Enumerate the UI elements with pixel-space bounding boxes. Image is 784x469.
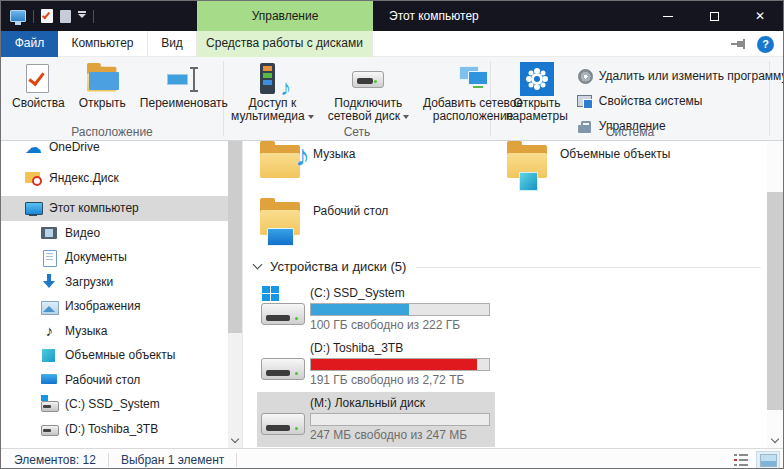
open-settings-button[interactable]: Открыть параметры [499,59,575,123]
contextual-tab-header[interactable]: Управление [197,1,373,31]
drive-c-icon [41,396,58,413]
explorer-window: Управление Этот компьютер ✕ Файл Компьют… [0,0,784,469]
folder-tile-music[interactable]: ♪ Музыка [257,142,489,194]
map-network-drive-button[interactable]: Подключить сетевой диск [321,59,416,123]
sidebar-scrollbar-thumb[interactable] [228,141,242,333]
system-properties-button[interactable]: Свойства системы [577,88,784,113]
sidebar-item-pictures[interactable]: Изображения [1,294,228,319]
qat-customize-caret-icon[interactable] [78,14,86,18]
main-scrollbar[interactable] [767,141,783,448]
yandex-disk-icon [25,169,42,186]
details-view-icon [734,454,748,466]
icons-view-button[interactable] [756,451,780,469]
help-icon[interactable]: ? [757,36,774,53]
pin-ribbon-icon[interactable] [731,39,746,49]
details-view-button[interactable] [729,451,753,469]
sidebar-scroll-down-icon[interactable] [231,435,239,443]
ribbon-tab-row: Файл Компьютер Вид Средства работы с дис… [1,31,783,57]
tab-file[interactable]: Файл [1,31,58,57]
caption-buttons: ✕ [645,1,783,31]
drive-c-icon [261,295,305,325]
tab-computer[interactable]: Компьютер [58,31,148,57]
sidebar-item-downloads[interactable]: Загрузки [1,270,228,295]
network-location-icon [456,62,490,96]
rename-button[interactable]: Переименовать [133,59,235,110]
open-folder-icon [85,62,119,96]
ribbon-group-location: Свойства Открыть Переименовать Расположе… [1,57,223,140]
sidebar-item-videos[interactable]: Видео [1,221,228,246]
this-pc-icon[interactable] [10,10,26,22]
drive-m-usage-bar [310,413,490,426]
sidebar-item-music[interactable]: ♪ Музыка [1,319,228,344]
sidebar-item-drive-d[interactable]: (D:) Toshiba_3TB [1,417,228,442]
windows-logo-icon [262,286,279,301]
file-list-area: ♪ Музыка Объемные объекты Рабочий стол [242,141,783,448]
downloads-arrow-icon [41,273,58,290]
settings-gear-icon [520,62,554,96]
onedrive-cloud-icon: ☁ [25,141,42,156]
status-separator [236,453,237,467]
tab-view[interactable]: Вид [148,31,197,57]
drive-tile-d[interactable]: (D:) Toshiba_3TB 191 ГБ свободно из 2,72… [257,337,495,392]
minimize-button[interactable] [645,1,691,31]
system-monitor-icon [577,93,593,109]
ribbon: Свойства Открыть Переименовать Расположе… [1,57,783,141]
sidebar-item-yandex-disk[interactable]: Яндекс.Диск [1,166,228,191]
drive-d-usage-bar [310,358,490,371]
program-disc-icon [577,68,593,84]
qat-separator [93,10,94,23]
properties-icon [21,62,55,96]
media-server-icon: ♪ [255,62,289,96]
network-drive-icon [351,62,385,96]
main-scroll-down-icon[interactable] [771,435,779,443]
group-label-location: Расположение [1,125,223,139]
sidebar-item-documents[interactable]: Документы [1,245,228,270]
new-folder-qat-icon[interactable] [60,10,71,23]
collapse-chevron-icon [253,260,263,270]
main-scrollbar-thumb[interactable] [767,192,783,410]
tab-disk-tools[interactable]: Средства работы с дисками [197,31,373,57]
ribbon-group-network: ♪ Доступ к мультимедиа Подключить сетево… [224,57,490,140]
properties-button[interactable]: Свойства [5,59,72,110]
status-bar: Элементов: 12 Выбран 1 элемент [1,448,783,469]
sidebar-item-drive-c[interactable]: (C:) SSD_System [1,392,228,417]
drive-m-icon [261,405,305,435]
icons-view-icon [760,454,777,467]
qat-separator [33,10,34,23]
status-separator [108,453,109,467]
sidebar-item-3d-objects[interactable]: Объемные объекты [1,343,228,368]
pictures-icon [41,298,58,315]
dropdown-caret-icon [308,115,314,119]
maximize-button[interactable] [691,1,737,31]
open-button[interactable]: Открыть [72,59,133,110]
section-header-rule [416,267,761,268]
uninstall-program-button[interactable]: Удалить или изменить программу [577,63,784,88]
rename-icon [167,62,201,96]
group-label-system: Система [491,125,769,139]
drive-d-icon [261,350,305,380]
properties-qat-icon[interactable] [41,9,53,23]
media-access-button[interactable]: ♪ Доступ к мультимедиа [224,59,321,123]
3d-cube-icon [41,347,58,364]
desktop-icon [41,371,58,388]
this-pc-icon [25,200,42,217]
maximize-icon [710,12,719,21]
documents-icon [41,249,58,266]
close-button[interactable]: ✕ [737,1,783,31]
sidebar-item-desktop[interactable]: Рабочий стол [1,368,228,393]
folder-tile-desktop[interactable]: Рабочий стол [257,199,489,251]
titlebar: Управление Этот компьютер ✕ [1,1,783,31]
drive-tile-m-selected[interactable]: (M:) Локальный диск 247 МБ свободно из 2… [257,392,495,447]
videos-icon [41,224,58,241]
items-count: Элементов: 12 [14,453,96,467]
drive-tile-c[interactable]: (C:) SSD_System 100 ГБ свободно из 222 Г… [257,282,495,337]
selection-count: Выбран 1 элемент [121,453,224,467]
folder-tile-3d-objects[interactable]: Объемные объекты [504,142,736,194]
sidebar-item-this-pc[interactable]: Этот компьютер [1,196,228,221]
section-header-devices-and-drives[interactable]: Устройства и диски (5) [251,259,761,274]
sidebar-scrollbar[interactable] [228,141,242,448]
window-title: Этот компьютер [389,1,479,31]
minimize-icon [663,16,673,17]
music-folder-icon: ♪ [260,142,306,186]
sidebar-item-onedrive[interactable]: ☁ OneDrive [1,141,228,160]
